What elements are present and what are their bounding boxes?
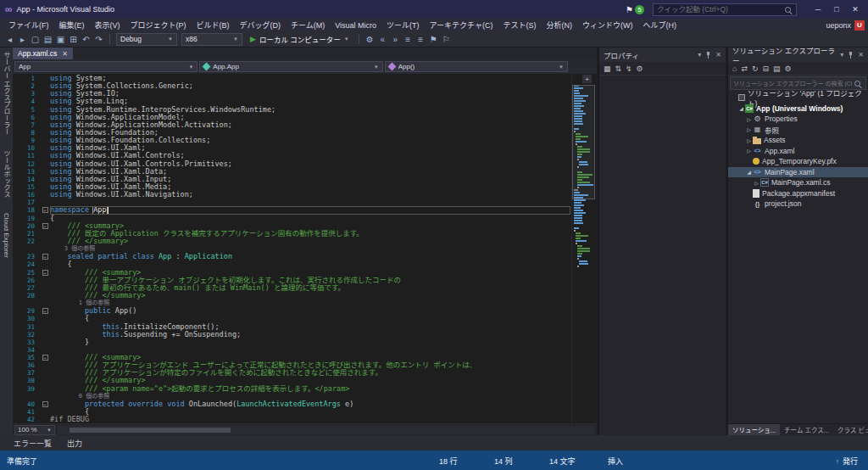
menu-item[interactable]: プロジェクト(P) [125, 19, 192, 31]
code-text[interactable]: using Windows.UI.Xaml; [50, 144, 570, 152]
code-text[interactable]: } [50, 339, 570, 346]
tree-item[interactable]: App_TemporaryKey.pfx [728, 156, 868, 167]
redo-icon[interactable]: ↷ [92, 33, 105, 46]
code-text[interactable]: /// </summary> [50, 377, 570, 384]
minimize-button[interactable]: ─ [809, 3, 827, 16]
code-row[interactable]: 4using System.Linq; [13, 98, 570, 105]
close-icon[interactable]: ✕ [858, 51, 864, 59]
menu-item[interactable]: アーキテクチャ(C) [425, 19, 498, 31]
platform-dropdown[interactable]: x86 ▼ [181, 33, 242, 46]
collapse-box-icon[interactable]: − [42, 223, 48, 229]
quick-launch-box[interactable] [653, 3, 797, 16]
bookmark-clear-icon[interactable]: ⚐ [440, 33, 453, 46]
code-row[interactable]: 10using Windows.UI.Xaml; [13, 144, 570, 152]
menu-item[interactable]: 編集(E) [54, 19, 90, 31]
code-text[interactable]: /// <summary> [50, 354, 570, 361]
code-row[interactable]: 3 個の参照 [13, 245, 570, 253]
solution-search-box[interactable] [730, 76, 866, 90]
notifications-flag-icon[interactable]: ⚑ [626, 5, 633, 14]
code-row[interactable]: 13using Windows.UI.Xaml.Data; [13, 168, 570, 176]
chevron-open-icon[interactable]: ◢ [745, 169, 753, 175]
properties-panel-header[interactable]: プロパティ ▾ ✕ [599, 48, 726, 62]
comment-icon[interactable]: ≡ [402, 33, 415, 46]
quick-launch-input[interactable] [654, 5, 785, 14]
properties-icon[interactable]: ⚙ [637, 64, 643, 73]
code-text[interactable]: using System.Runtime.InteropServices.Win… [50, 106, 570, 114]
collapse-box-icon[interactable]: − [42, 401, 48, 407]
refresh-icon[interactable]: ↻ [752, 64, 759, 73]
chevron-closed-icon[interactable]: ▷ [745, 137, 753, 143]
code-text[interactable]: using Windows.UI.Xaml.Input; [50, 176, 570, 183]
document-tab[interactable]: App.xaml.cs ✕ [13, 48, 73, 59]
code-row[interactable]: 1 個の参照 [13, 299, 570, 307]
menu-item[interactable]: Visual Micro [330, 20, 381, 31]
code-row[interactable]: 12using Windows.UI.Xaml.Controls.Primiti… [13, 160, 570, 168]
code-text[interactable]: using System.Linq; [50, 98, 570, 105]
outlining-margin[interactable]: − [40, 270, 50, 276]
collapse-box-icon[interactable]: − [42, 207, 48, 213]
menu-item[interactable]: ビルド(B) [192, 19, 235, 31]
sync-icon[interactable]: ⇄ [741, 64, 748, 73]
code-text[interactable]: using Windows.Foundation; [50, 129, 570, 137]
collapse-box-icon[interactable]: − [42, 308, 48, 314]
code-text[interactable]: { [50, 260, 570, 268]
zoom-dropdown[interactable]: 100 % ▼ [14, 425, 55, 435]
code-row[interactable]: 17 [13, 199, 570, 206]
tree-item[interactable]: ▷▦参照 [728, 125, 868, 136]
tool-window-tab[interactable]: クラス ビュー [833, 424, 868, 435]
code-row[interactable]: 14using Windows.UI.Xaml.Input; [13, 176, 570, 183]
code-text[interactable]: sealed partial class App : Application [50, 253, 570, 260]
code-text[interactable]: using System; [50, 75, 570, 82]
window-menu-icon[interactable]: ▾ [698, 51, 701, 59]
code-text[interactable]: /// <summary> [50, 269, 570, 277]
code-text[interactable]: /// 既定の Application クラスを補完するアプリケーション固有の動… [50, 230, 570, 238]
code-row[interactable]: 2using System.Collections.Generic; [13, 82, 570, 90]
code-row[interactable]: 15using Windows.UI.Xaml.Media; [13, 183, 570, 191]
code-text[interactable]: #if DEBUG [50, 416, 570, 423]
code-row[interactable]: 34 [13, 346, 570, 354]
code-row[interactable]: 41 { [13, 408, 570, 416]
collapse-box-icon[interactable]: − [42, 254, 48, 260]
code-row[interactable]: 33 } [13, 339, 570, 346]
code-text[interactable]: { [50, 215, 570, 222]
outlining-margin[interactable]: − [40, 355, 50, 361]
code-text[interactable]: /// 最初の行であるため、main() または WinMain() と論理的に… [50, 284, 570, 292]
code-text[interactable]: /// <param name="e">起動の要求とプロセスの詳細を表示します。… [50, 385, 570, 393]
home-icon[interactable]: ⌂ [732, 64, 737, 73]
outlining-margin[interactable]: − [40, 254, 50, 260]
code-text[interactable]: /// アプリケーションがエンド ユーザーによって正常に起動されたときに呼び出さ… [50, 361, 570, 369]
close-button[interactable]: ✕ [846, 3, 865, 16]
menu-item[interactable]: テスト(S) [498, 19, 541, 31]
code-text[interactable]: /// </summary> [50, 238, 570, 245]
tree-item[interactable]: ◢<>MainPage.xaml [728, 167, 868, 178]
code-row[interactable]: 28 /// </summary> [13, 292, 570, 299]
navigate-forward-icon[interactable]: ▸ [16, 33, 29, 46]
code-text[interactable]: using System.Collections.Generic; [50, 82, 570, 90]
outlining-margin[interactable]: − [40, 308, 50, 314]
code-row[interactable]: 25− /// <summary> [13, 269, 570, 277]
window-menu-icon[interactable]: ▾ [840, 51, 843, 59]
code-row[interactable]: 11using Windows.UI.Xaml.Controls; [13, 152, 570, 159]
type-dropdown[interactable]: App.App ▼ [199, 61, 382, 72]
code-row[interactable]: 37 /// アプリケーションが特定のファイルを開くために起動されたときなどに使… [13, 369, 570, 377]
split-window-button[interactable]: + [582, 75, 592, 83]
code-text[interactable]: 0 個の参照 [50, 393, 570, 400]
user-avatar[interactable]: U [854, 20, 865, 31]
maximize-button[interactable]: □ [827, 3, 846, 16]
scrollbar-viewport[interactable] [572, 85, 595, 199]
code-text[interactable]: using Windows.UI.Xaml.Controls; [50, 152, 570, 159]
tree-item[interactable]: Package.appxmanifest [728, 188, 868, 199]
menu-item[interactable]: ツール(T) [381, 19, 425, 31]
menu-item[interactable]: デバッグ(D) [235, 19, 287, 31]
chevron-closed-icon[interactable]: ▷ [745, 116, 753, 122]
pin-icon[interactable] [848, 52, 854, 59]
code-text[interactable]: 1 個の参照 [50, 299, 570, 307]
save-icon[interactable]: ▣ [54, 33, 67, 46]
notifications-badge[interactable]: 5 [635, 5, 644, 14]
code-row[interactable]: 29− public App() [13, 307, 570, 315]
account-area[interactable]: ueponx U [826, 20, 868, 31]
code-row[interactable]: 27 /// 最初の行であるため、main() または WinMain() と論… [13, 284, 570, 292]
code-row[interactable]: 38 /// </summary> [13, 377, 570, 384]
categorized-icon[interactable]: ▦ [604, 64, 611, 73]
solution-explorer-header[interactable]: ソリューション エクスプローラー ▾ ✕ [728, 48, 868, 62]
